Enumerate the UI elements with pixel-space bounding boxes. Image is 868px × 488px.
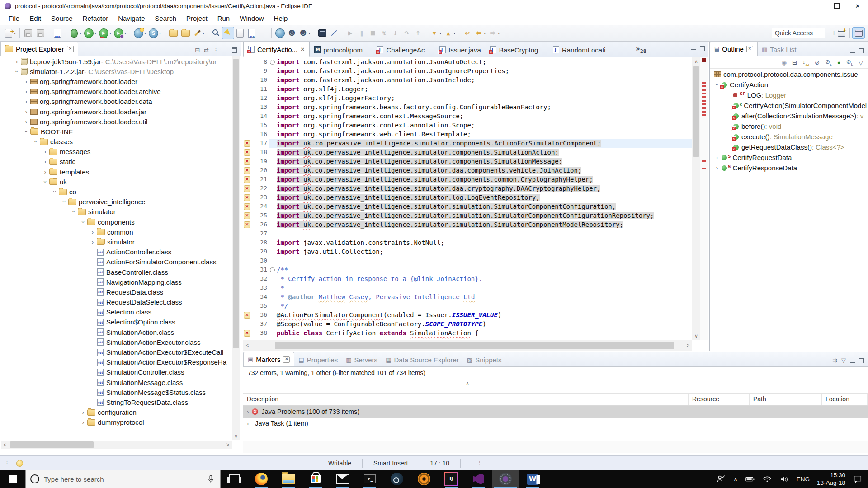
maximize-markers-icon[interactable] [859,358,864,363]
back-button[interactable]: ▾ [473,27,487,39]
maximize-outline-icon[interactable] [859,48,864,53]
sort-icon[interactable]: ↓az [802,58,809,66]
marker-group-row[interactable]: › Java Task (1 item) [243,418,868,429]
close-outline-icon[interactable]: × [746,46,753,52]
editor-tab-challengeac[interactable]: ×ChallengeAc... [373,42,435,57]
expander-icon[interactable]: › [42,169,49,175]
action-center-icon[interactable] [853,474,863,484]
expander-icon[interactable]: › [80,419,87,426]
tree-item[interactable]: Selection.class [1,307,232,317]
error-overview-mark[interactable] [702,107,706,109]
expander-icon[interactable]: › [42,178,49,185]
language-indicator[interactable]: ENG [797,476,810,483]
expander-icon[interactable]: › [23,128,30,135]
show-whitespace-button[interactable] [258,27,269,39]
overview-ruler[interactable] [700,57,708,340]
editor-tab-certifyactio[interactable]: ×CertifyActio...× [243,42,310,57]
battery-icon[interactable] [745,474,755,484]
editor-hscrollbar[interactable]: < > [243,340,692,351]
tree-item[interactable]: ›simulator-1.2.2.jar - C:\Users\Vas-DELL… [1,66,232,76]
outline-item[interactable]: SFLOG : Logger [710,90,868,100]
view-menu-icon[interactable]: ⋮ [213,47,219,53]
taskbar-app-command-prompt[interactable]: >_ [356,470,383,488]
tree-item[interactable]: ›simulator [1,207,232,217]
expander-icon[interactable]: › [71,208,77,216]
taskbar-app-task-view[interactable] [221,470,248,488]
close-tab-icon[interactable]: × [300,46,305,52]
outline-tree[interactable]: com.protocol.protocol.daa.components.iss… [710,69,868,351]
expander-icon[interactable]: › [713,164,721,171]
run-button[interactable]: ▾ [83,27,98,39]
tab-task-list[interactable]: ▥ Task List [758,42,801,56]
hide-local-types-icon[interactable]: ⊘L [846,58,853,66]
tab-markers[interactable]: ▣Markers× [243,352,294,366]
tree-item[interactable]: ›org.springframework.boot.loader.data [1,97,232,107]
taskbar-search-input[interactable]: Type here to search [25,470,221,488]
format-brush-button[interactable]: ▾ [192,27,206,39]
wifi-icon[interactable] [762,474,772,484]
tab-snippets[interactable]: ▧Snippets [463,353,506,366]
menu-refactor[interactable]: Refactor [78,13,113,24]
outline-item[interactable]: ›SCertifyResponseData [710,163,868,173]
soap-service-button[interactable]: ▾ [147,27,162,39]
tree-item[interactable]: RequestDataSelect.class [1,297,232,307]
expander-icon[interactable]: › [80,409,87,416]
new-class-file-button[interactable] [52,27,63,39]
minimize-markers-icon[interactable] [850,358,855,363]
tree-item[interactable]: SimulationController.class [1,367,232,377]
show-hidden-icons-icon[interactable]: ∧ [733,476,738,483]
tree-item[interactable]: ›templates [1,167,232,177]
tree-item[interactable]: ›org.springframework.boot.loader.util [1,117,232,127]
minimize-view-icon[interactable] [223,48,228,52]
menu-navigate[interactable]: Navigate [113,13,150,24]
tree-item[interactable]: ›common [1,227,232,237]
collapse-all-outline-icon[interactable]: ⊟ [792,59,797,66]
minimize-button[interactable] [806,0,826,12]
tree-item[interactable]: SimulationMessage.class [1,377,232,387]
coverage-button[interactable]: ▾ [98,27,113,39]
tree-item[interactable]: ActionForSimulatorComponent.class [1,257,232,267]
tree-item[interactable]: ›dummyprotocol [1,418,232,427]
tree-item[interactable]: BaseController.class [1,267,232,277]
taskbar-app-firefox[interactable] [248,470,275,488]
error-overview-mark[interactable] [702,100,706,102]
tree-item[interactable]: ›uk [1,177,232,187]
expander-icon[interactable]: › [42,158,49,165]
tree-item[interactable]: ›co [1,187,232,197]
tree-item[interactable]: ›simulator [1,237,232,247]
expander-icon[interactable]: › [61,198,68,206]
clock[interactable]: 15:30 13-Aug-18 [817,471,845,487]
hide-static-members-icon[interactable]: ⊘s [825,58,832,66]
outline-view-menu-icon[interactable]: ▽ [859,59,863,66]
focus-icon[interactable]: ◉ [782,59,787,66]
tab-data-source-explorer[interactable]: ▦Data Source Explorer [382,353,463,366]
column-header-path[interactable]: Path [750,394,822,405]
taskbar-app-steam[interactable] [383,470,410,488]
outline-item[interactable]: ×getRequestDataClass() : Class<?> [710,142,868,152]
profile-button[interactable]: ▾ [113,27,127,39]
tree-item[interactable]: ›classes [1,137,232,147]
quick-access-input[interactable]: Quick Access [772,28,825,38]
error-overview-mark[interactable] [702,82,706,84]
tree-item[interactable]: SimulationAction.class [1,327,232,337]
tab-servers[interactable]: ▥Servers [342,353,382,366]
menu-window[interactable]: Window [235,13,269,24]
outline-package[interactable]: com.protocol.protocol.daa.components.iss… [710,69,868,80]
minimize-outline-icon[interactable] [850,48,855,53]
tree-item[interactable]: ›org.springframework.boot.loader [1,76,232,86]
outline-item[interactable]: ×before() : void [710,121,868,131]
tree-item[interactable]: ActionController.class [1,247,232,257]
code-editor[interactable]: 8import com.fasterxml.jackson.annotation… [243,57,692,340]
error-overview-mark[interactable] [702,168,706,169]
tab-properties[interactable]: ▤Properties [294,353,342,366]
link-with-editor-icon[interactable]: ⇄ [204,47,209,53]
maximize-button[interactable] [826,0,847,12]
previous-annotation-button[interactable]: ▾ [443,27,457,39]
error-overview-mark[interactable] [702,114,706,116]
error-overview-mark[interactable] [702,96,706,98]
taskbar-app-mail[interactable] [329,470,356,488]
expander-icon[interactable]: › [13,58,20,65]
hide-non-public-icon[interactable]: ● [837,59,841,66]
run-as-button[interactable] [286,27,297,39]
menu-source[interactable]: Source [46,13,78,24]
